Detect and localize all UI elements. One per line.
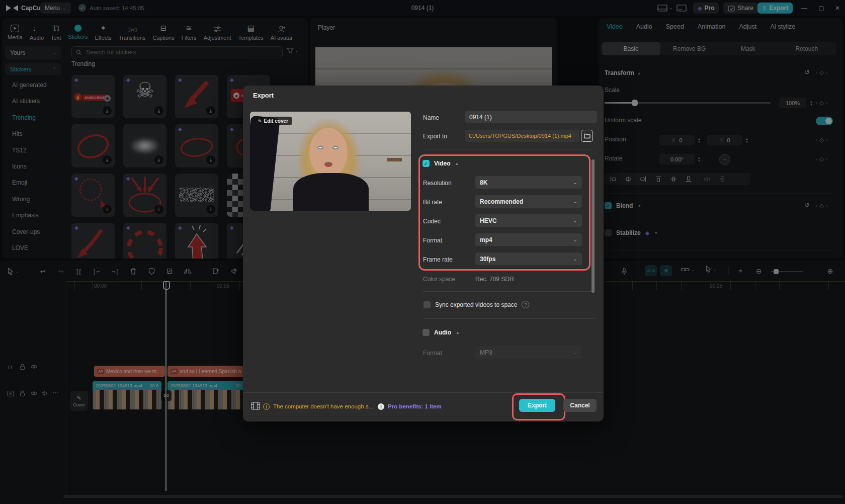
export-dialog: Export ✎ Edit cover Name Export to [243, 86, 604, 422]
collapse-icon: ▲ [455, 161, 459, 166]
divider [243, 392, 604, 393]
bitrate-select[interactable]: Recommended⌄ [475, 195, 582, 208]
cover-shelf [387, 158, 402, 161]
capcut-app: CapCut Menu⌄ ✓ Auto saved: 14:45:05 0914… [0, 0, 845, 504]
audio-format-select: MP3⌄ [475, 346, 582, 359]
warning-text: The computer doesn't have enough s... [273, 403, 373, 409]
warning-icon: ! [263, 403, 270, 410]
name-label: Name [423, 114, 439, 121]
resolution-label: Resolution [423, 180, 452, 187]
export-cover-thumbnail[interactable]: ✎ Edit cover [250, 112, 411, 211]
name-input[interactable] [465, 111, 597, 123]
codec-select[interactable]: HEVC⌄ [475, 214, 582, 227]
divider [423, 149, 595, 149]
audio-section-header[interactable]: Audio ▲ [422, 329, 460, 336]
browse-folder-button[interactable] [581, 130, 593, 142]
bitrate-label: Bit rate [423, 199, 442, 206]
dialog-title: Export [253, 92, 274, 99]
sync-to-space-row[interactable]: Sync exported videos to space ? [424, 301, 529, 308]
cancel-button[interactable]: Cancel [563, 399, 597, 412]
cover-eye-left [317, 146, 323, 149]
format-label: Format [423, 237, 442, 244]
export-confirm-button[interactable]: Export [519, 399, 555, 412]
dialog-scrollbar[interactable] [592, 159, 595, 293]
pro-benefits-text[interactable]: Pro benefits: 1 item [388, 403, 442, 409]
divider [423, 318, 595, 319]
audio-format-label: Format [423, 350, 442, 357]
video-checkbox[interactable]: ✓ [422, 160, 430, 167]
color-space-value: Rec. 709 SDR [475, 276, 514, 283]
video-section-header[interactable]: ✓ Video ▲ [422, 160, 459, 167]
cover-mouth [324, 162, 332, 167]
resolution-select[interactable]: 8K⌄ [475, 176, 582, 189]
divider [423, 291, 595, 292]
help-icon[interactable]: ? [522, 301, 529, 308]
sync-checkbox[interactable] [424, 301, 431, 308]
pencil-icon: ✎ [258, 119, 262, 124]
audio-checkbox[interactable] [422, 329, 430, 336]
pro-benefit-icon: ! [378, 403, 384, 410]
color-space-label: Color space [423, 276, 455, 283]
export-to-label: Export to [423, 133, 447, 140]
cover-eye-right [332, 146, 339, 149]
cover-torso [293, 173, 369, 211]
edit-cover-chip[interactable]: ✎ Edit cover [255, 117, 292, 125]
cover-face [309, 128, 348, 177]
collapse-icon: ▲ [456, 330, 460, 335]
folder-icon [584, 133, 590, 139]
framerate-label: Frame rate [423, 256, 453, 263]
framerate-select[interactable]: 30fps⌄ [475, 253, 582, 265]
export-path-input[interactable] [465, 130, 579, 142]
format-select[interactable]: mp4⌄ [475, 233, 582, 246]
render-preview-icon[interactable] [251, 402, 260, 411]
codec-label: Codec [423, 218, 441, 225]
